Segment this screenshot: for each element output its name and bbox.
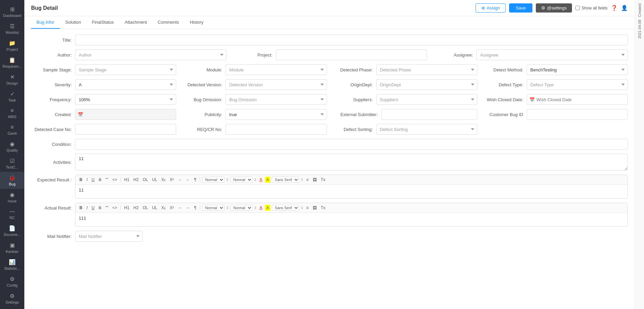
sup-button-expected[interactable]: X² bbox=[168, 177, 175, 183]
line-height-select-actual[interactable]: Normal bbox=[230, 205, 253, 211]
underline-button-expected[interactable]: U bbox=[90, 177, 96, 183]
quote-button-expected[interactable]: "" bbox=[104, 177, 110, 183]
format-button-actual[interactable]: ¶ bbox=[193, 205, 197, 211]
font-size-select-actual[interactable]: Normal bbox=[202, 205, 224, 211]
defect-type-select[interactable]: Defect Type bbox=[527, 79, 628, 90]
sidebar-item-gantt[interactable]: ≡ Gantt bbox=[0, 122, 24, 138]
sidebar-item-nc[interactable]: — NC bbox=[0, 206, 24, 222]
show-all-fields-toggle[interactable]: Show all fields bbox=[575, 6, 607, 10]
font-color-button-expected[interactable]: A bbox=[258, 177, 264, 183]
h1-button-expected[interactable]: H1 bbox=[123, 177, 130, 183]
sidebar-item-requirements[interactable]: 📋 Requirem... bbox=[0, 54, 24, 71]
code-button-actual[interactable]: <> bbox=[111, 205, 118, 211]
origin-dept-select[interactable]: OriginDept bbox=[376, 79, 477, 90]
sidebar-item-design[interactable]: ✕ Design bbox=[0, 71, 24, 88]
italic-button-expected[interactable]: I bbox=[85, 177, 89, 183]
customer-bug-id-input[interactable] bbox=[527, 109, 628, 120]
bg-color-button-actual[interactable]: A bbox=[265, 205, 270, 211]
sample-stage-select[interactable]: Sample Stage bbox=[75, 64, 176, 75]
ul-button-actual[interactable]: UL bbox=[151, 205, 159, 211]
line-height-select-expected[interactable]: Normal bbox=[230, 177, 253, 183]
ol-button-actual[interactable]: OL bbox=[141, 205, 149, 211]
sidebar-item-worklist[interactable]: ☰ Worklist bbox=[0, 20, 24, 37]
module-select[interactable]: Module bbox=[225, 64, 327, 75]
author-select[interactable]: Author bbox=[75, 49, 226, 60]
font-family-select-actual[interactable]: Sans Serif bbox=[272, 205, 299, 211]
sidebar-item-wbs[interactable]: ≡ WBS bbox=[0, 105, 24, 122]
assign-button[interactable]: ⊕ Assign bbox=[476, 3, 506, 13]
format-button-expected[interactable]: ¶ bbox=[193, 177, 197, 183]
frequency-select[interactable]: 100% bbox=[75, 94, 176, 105]
indent-button-expected[interactable]: → bbox=[176, 177, 183, 183]
h1-button-actual[interactable]: H1 bbox=[123, 205, 130, 211]
sidebar-item-quality[interactable]: ◉ Quality bbox=[0, 138, 24, 155]
assignee-select[interactable]: Assignee bbox=[476, 49, 628, 60]
actual-result-content[interactable]: 111 bbox=[75, 213, 627, 226]
tab-bug-infor[interactable]: Bug Infor bbox=[31, 16, 60, 29]
show-all-fields-checkbox[interactable] bbox=[575, 6, 580, 10]
clear-format-button-expected[interactable]: Tx bbox=[319, 177, 327, 183]
help-button[interactable]: ❓ bbox=[611, 5, 618, 11]
indent-button-actual[interactable]: → bbox=[176, 205, 183, 211]
sidebar-item-statistic[interactable]: 📊 Statistic... bbox=[0, 256, 24, 273]
quote-button-actual[interactable]: "" bbox=[104, 205, 110, 211]
font-size-select-expected[interactable]: Normal bbox=[202, 177, 224, 183]
ul-button-expected[interactable]: UL bbox=[151, 177, 159, 183]
sidebar-item-project[interactable]: 📁 Project bbox=[0, 37, 24, 54]
defect-sorting-select[interactable]: Defect Sorting bbox=[376, 124, 477, 135]
sidebar-item-config[interactable]: ⚙ Config bbox=[0, 273, 24, 290]
tab-history[interactable]: History bbox=[184, 16, 209, 29]
strikethrough-button-expected[interactable]: S bbox=[97, 177, 103, 183]
sidebar-item-settings[interactable]: ⚙ Settings bbox=[0, 290, 24, 307]
sup-button-actual[interactable]: X² bbox=[168, 205, 175, 211]
detected-phase-select[interactable]: Detected Phase bbox=[376, 64, 477, 75]
condition-input[interactable]: 11 bbox=[75, 139, 628, 150]
mail-notifier-select[interactable]: Mail Notifier bbox=[75, 231, 143, 242]
sidebar-item-bug[interactable]: 🐞 Bug bbox=[0, 172, 24, 189]
settings-button[interactable]: ⚙ @settings bbox=[536, 3, 572, 13]
sidebar-item-task[interactable]: ✓ Task bbox=[0, 88, 24, 105]
detected-case-no-input[interactable]: 111 bbox=[75, 124, 176, 135]
sub-button-actual[interactable]: X₂ bbox=[160, 205, 167, 211]
sub-button-expected[interactable]: X₂ bbox=[160, 177, 167, 183]
align-button-expected[interactable]: ≡ bbox=[305, 177, 310, 183]
tab-solution[interactable]: Solution bbox=[60, 16, 87, 29]
detected-version-select[interactable]: Detected Version bbox=[225, 79, 327, 90]
publicity-select[interactable]: true bbox=[225, 109, 327, 120]
image-button-expected[interactable]: 🖼 bbox=[311, 177, 318, 183]
h2-button-expected[interactable]: H2 bbox=[132, 177, 140, 183]
save-button[interactable]: Save bbox=[509, 3, 533, 13]
title-input[interactable]: 11 bbox=[75, 35, 628, 45]
created-input[interactable]: 2021-04-08 bbox=[75, 109, 176, 120]
code-button-expected[interactable]: <> bbox=[111, 177, 118, 183]
bug-omission-select[interactable]: Bug Omission bbox=[225, 94, 327, 105]
suppliers-select[interactable]: Suppliers bbox=[376, 94, 477, 105]
bold-button-expected[interactable]: B bbox=[78, 177, 84, 183]
clear-format-button-actual[interactable]: Tx bbox=[319, 205, 327, 211]
align-button-actual[interactable]: ≡ bbox=[305, 205, 310, 211]
project-input[interactable]: TrinityV5 bbox=[276, 49, 427, 60]
outdent-button-expected[interactable]: ← bbox=[185, 177, 191, 183]
activities-textarea[interactable] bbox=[75, 154, 628, 171]
tab-final-status[interactable]: FinalStatus bbox=[87, 16, 119, 29]
image-button-actual[interactable]: 🖼 bbox=[311, 205, 318, 211]
outdent-button-actual[interactable]: ← bbox=[185, 205, 191, 211]
req-cr-no-input[interactable] bbox=[225, 124, 327, 135]
sidebar-item-testc[interactable]: ☑ TestC... bbox=[0, 155, 24, 172]
tab-comments[interactable]: Comments bbox=[152, 16, 185, 29]
wish-closed-date-input[interactable] bbox=[527, 94, 628, 105]
h2-button-actual[interactable]: H2 bbox=[132, 205, 140, 211]
detect-method-select[interactable]: BenchTesting bbox=[527, 64, 628, 75]
sidebar-item-dashboard[interactable]: ⊞ Dashboard bbox=[0, 3, 24, 20]
expected-result-content[interactable]: 11 bbox=[75, 185, 627, 198]
ol-button-expected[interactable]: OL bbox=[141, 177, 149, 183]
external-submitter-input[interactable] bbox=[381, 109, 477, 120]
user-button[interactable]: 👤 bbox=[621, 5, 628, 11]
severity-select[interactable]: A bbox=[75, 79, 176, 90]
sidebar-item-kanban[interactable]: ▣ Kanban bbox=[0, 239, 24, 256]
bold-button-actual[interactable]: B bbox=[78, 205, 84, 211]
sidebar-item-document[interactable]: 📄 Docume... bbox=[0, 222, 24, 239]
font-family-select-expected[interactable]: Sans Serif bbox=[272, 177, 299, 183]
strikethrough-button-actual[interactable]: S bbox=[97, 205, 103, 211]
bg-color-button-expected[interactable]: A bbox=[265, 177, 270, 183]
